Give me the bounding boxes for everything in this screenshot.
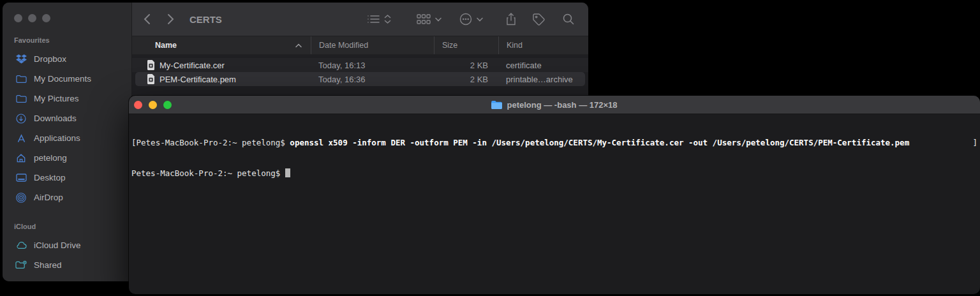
download-circle-icon — [14, 114, 28, 124]
terminal-line-2: Petes-MacBook-Pro-2:~ petelong$ — [131, 168, 977, 179]
ellipsis-circle-icon — [459, 13, 472, 26]
file-date-modified: Today, 16:36 — [311, 75, 434, 84]
share-button[interactable] — [506, 13, 516, 26]
zoom-button[interactable] — [42, 14, 50, 22]
chevron-down-icon — [435, 17, 442, 22]
sidebar-item-my-documents[interactable]: My Documents — [14, 69, 131, 89]
group-grid-icon — [417, 14, 431, 24]
column-header-kind[interactable]: Kind — [498, 36, 588, 54]
airdrop-icon — [14, 193, 28, 203]
file-kind: certificate — [498, 61, 588, 70]
sidebar-item-label: My Documents — [34, 74, 91, 84]
finder-toolbar: CERTS — [132, 3, 588, 36]
sidebar-item-applications[interactable]: Applications — [14, 128, 131, 148]
list-view-icon — [368, 15, 380, 24]
bracket-open: [ — [131, 138, 137, 147]
terminal-content[interactable]: [Petes-MacBook-Pro-2:~ petelong$ openssl… — [129, 114, 980, 199]
window-title: CERTS — [189, 14, 222, 25]
certificate-file-icon — [147, 60, 155, 70]
column-header-date-modified[interactable]: Date Modified — [311, 36, 434, 54]
icloud-icon — [14, 241, 28, 249]
terminal-cursor — [285, 168, 290, 177]
search-icon[interactable] — [563, 13, 574, 25]
sidebar-item-label: Dropbox — [34, 54, 66, 64]
forward-button[interactable] — [167, 13, 174, 25]
folder-proxy-icon — [491, 101, 502, 109]
folder-icon — [14, 75, 28, 84]
sidebar-item-label: Downloads — [34, 114, 77, 123]
sidebar-item-label: Desktop — [34, 173, 66, 182]
minimize-button[interactable] — [28, 14, 36, 22]
sidebar-section-icloud: iCloud — [14, 223, 131, 232]
terminal-window: petelong — -bash — 172×18 [Petes-MacBook… — [129, 96, 980, 294]
file-name: PEM-Certificate.pem — [160, 75, 236, 84]
file-size: 2 KB — [434, 75, 498, 84]
terminal-traffic-lights — [134, 101, 172, 109]
chevron-down-icon — [477, 17, 483, 22]
dropbox-icon — [14, 54, 28, 64]
terminal-title: petelong — -bash — 172×18 — [507, 100, 617, 110]
sidebar-item-dropbox[interactable]: Dropbox — [14, 49, 131, 69]
file-name: My-Certificate.cer — [160, 61, 225, 70]
sidebar-item-label: My Pictures — [34, 94, 79, 103]
sidebar-item-shared[interactable]: Shared — [14, 255, 131, 275]
certificate-file-icon — [147, 74, 155, 84]
desktop-icon — [14, 174, 28, 182]
terminal-titlebar[interactable]: petelong — -bash — 172×18 — [129, 96, 980, 114]
sidebar-item-airdrop[interactable]: AirDrop — [14, 188, 131, 207]
sidebar-item-petelong[interactable]: petelong — [14, 148, 131, 168]
group-by-control[interactable] — [417, 14, 442, 24]
sidebar-item-downloads[interactable]: Downloads — [14, 108, 131, 128]
table-row[interactable]: My-Certificate.cer Today, 16:13 2 KB cer… — [132, 58, 588, 72]
sidebar-item-label: Shared — [34, 260, 62, 270]
file-date-modified: Today, 16:13 — [311, 61, 434, 70]
view-mode-control[interactable] — [368, 14, 391, 24]
more-actions-control[interactable] — [459, 13, 483, 26]
column-header-name[interactable]: Name — [132, 36, 311, 54]
sidebar-item-label: petelong — [34, 153, 67, 163]
home-icon — [14, 153, 28, 163]
close-button[interactable] — [134, 101, 142, 109]
sidebar-item-icloud-drive[interactable]: iCloud Drive — [14, 235, 131, 255]
zoom-button[interactable] — [163, 101, 172, 109]
desktop: Favourites Dropbox My Documents — [0, 0, 980, 296]
tag-icon[interactable] — [533, 13, 545, 26]
shared-folder-icon — [14, 260, 28, 270]
folder-icon — [14, 94, 28, 103]
table-row[interactable]: PEM-Certificate.pem Today, 16:36 2 KB pr… — [132, 72, 588, 86]
file-size: 2 KB — [434, 61, 498, 70]
list-column-headers: Name Date Modified Size Kind — [132, 36, 588, 55]
file-kind: printable…archive — [498, 75, 588, 84]
sidebar-item-desktop[interactable]: Desktop — [14, 168, 131, 188]
back-button[interactable] — [144, 13, 151, 25]
shell-prompt: Petes-MacBook-Pro-2:~ petelong$ — [137, 138, 290, 147]
sidebar-item-label: iCloud Drive — [34, 241, 81, 250]
sidebar-item-label: AirDrop — [34, 193, 63, 202]
finder-sidebar: Favourites Dropbox My Documents — [3, 3, 132, 281]
finder-traffic-lights — [14, 14, 131, 22]
terminal-line-1: [Petes-MacBook-Pro-2:~ petelong$ openssl… — [131, 138, 977, 148]
updown-chevron-icon — [384, 14, 391, 24]
sort-ascending-icon — [295, 43, 302, 48]
sidebar-section-favourites: Favourites — [14, 36, 131, 45]
sidebar-item-my-pictures[interactable]: My Pictures — [14, 89, 131, 108]
shell-command: openssl x509 -inform DER -outform PEM -i… — [290, 138, 909, 147]
close-button[interactable] — [14, 14, 22, 22]
shell-prompt: Petes-MacBook-Pro-2:~ petelong$ — [131, 168, 285, 179]
applications-icon — [14, 134, 28, 143]
bracket-close: ] — [972, 138, 977, 148]
column-header-size[interactable]: Size — [434, 36, 498, 54]
sidebar-item-label: Applications — [34, 133, 80, 143]
minimize-button[interactable] — [149, 101, 157, 109]
